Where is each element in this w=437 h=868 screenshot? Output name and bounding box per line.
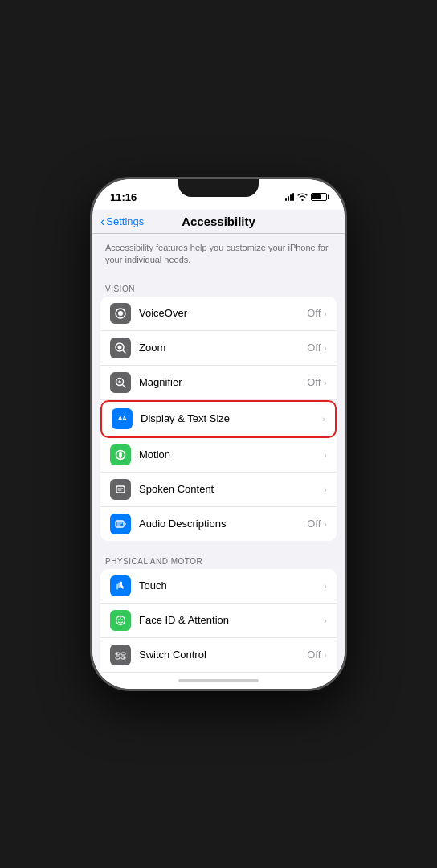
- switch-control-icon: [110, 645, 131, 665]
- home-indicator: [92, 674, 345, 689]
- spoken-content-icon: [110, 479, 131, 500]
- screen: 11:16 ‹ Settings Accessib: [92, 179, 345, 689]
- switch-control-item[interactable]: Switch Control Off ›: [100, 638, 337, 673]
- status-bar: 11:16: [92, 179, 345, 210]
- notch: [178, 179, 259, 197]
- svg-rect-10: [116, 486, 125, 493]
- motion-label: Motion: [139, 448, 321, 461]
- touch-label: Touch: [139, 579, 321, 592]
- spoken-content-chevron-icon: ›: [324, 485, 327, 494]
- svg-point-14: [121, 619, 123, 620]
- voiceover-value: Off: [307, 307, 321, 319]
- zoom-icon: [110, 338, 131, 358]
- switch-control-chevron-icon: ›: [324, 650, 327, 660]
- display-text-size-label: Display & Text Size: [141, 412, 319, 424]
- wifi-icon: [297, 193, 308, 201]
- motion-chevron-icon: ›: [324, 450, 327, 460]
- faceid-icon: [110, 610, 131, 631]
- zoom-label: Zoom: [139, 342, 307, 354]
- svg-point-21: [124, 657, 125, 658]
- motion-icon: [110, 444, 131, 465]
- back-button[interactable]: ‹ Settings: [100, 215, 144, 229]
- switch-control-label: Switch Control: [139, 649, 307, 661]
- audio-descriptions-value: Off: [307, 518, 321, 530]
- display-text-size-item[interactable]: AA Display & Text Size ›: [102, 402, 335, 436]
- magnifier-value: Off: [307, 376, 321, 388]
- spoken-content-label: Spoken Content: [139, 483, 321, 495]
- battery-icon: [311, 193, 327, 201]
- content-area: Accessibility features help you customiz…: [92, 234, 345, 674]
- touch-item[interactable]: Touch ›: [100, 569, 337, 604]
- nav-bar: ‹ Settings Accessibility: [92, 210, 345, 234]
- motion-item[interactable]: Motion ›: [100, 438, 337, 473]
- switch-control-value: Off: [307, 649, 321, 661]
- faceid-item[interactable]: Face ID & Attention ›: [100, 604, 337, 638]
- back-chevron-icon: ‹: [100, 215, 104, 229]
- spoken-content-item[interactable]: Spoken Content ›: [100, 473, 337, 507]
- status-time: 11:16: [110, 191, 137, 203]
- svg-line-6: [123, 384, 126, 387]
- zoom-item[interactable]: Zoom Off ›: [100, 331, 337, 366]
- vision-section-header: VISION: [92, 273, 345, 297]
- svg-point-1: [118, 311, 123, 316]
- voiceover-icon: [110, 303, 131, 324]
- display-text-size-chevron-icon: ›: [322, 414, 325, 424]
- physical-settings-list: Touch › Face ID & Attention: [100, 569, 337, 674]
- voice-control-item[interactable]: Voice Control Off ›: [100, 673, 337, 674]
- voiceover-label: VoiceOver: [139, 307, 307, 319]
- svg-rect-11: [116, 521, 124, 527]
- magnifier-chevron-icon: ›: [324, 378, 327, 387]
- page-title: Accessibility: [182, 215, 255, 228]
- touch-icon: [110, 575, 131, 596]
- audio-descriptions-label: Audio Descriptions: [139, 518, 307, 530]
- magnifier-icon: [110, 372, 131, 393]
- svg-point-13: [118, 619, 120, 620]
- faceid-label: Face ID & Attention: [139, 614, 321, 626]
- magnifier-item[interactable]: Magnifier Off ›: [100, 366, 337, 400]
- magnifier-label: Magnifier: [139, 376, 307, 388]
- zoom-value: Off: [307, 342, 321, 354]
- audio-descriptions-item[interactable]: Audio Descriptions Off ›: [100, 507, 337, 541]
- audio-descriptions-icon: [110, 514, 131, 534]
- svg-point-20: [116, 653, 118, 654]
- svg-rect-18: [116, 657, 120, 659]
- audio-descriptions-chevron-icon: ›: [324, 519, 327, 529]
- description-text: Accessibility features help you customiz…: [92, 234, 345, 273]
- physical-section-header: PHYSICAL AND MOTOR: [92, 546, 345, 569]
- svg-line-4: [123, 350, 125, 353]
- zoom-chevron-icon: ›: [324, 343, 327, 353]
- svg-point-3: [118, 345, 122, 349]
- display-text-size-icon: AA: [112, 408, 133, 429]
- home-bar: [178, 679, 259, 682]
- faceid-chevron-icon: ›: [324, 616, 327, 625]
- back-label: Settings: [106, 215, 144, 227]
- signal-bars-icon: [285, 193, 294, 201]
- voiceover-item[interactable]: VoiceOver Off ›: [100, 297, 337, 331]
- voiceover-chevron-icon: ›: [324, 309, 327, 318]
- vision-settings-list: VoiceOver Off › Zoom Off ›: [100, 297, 337, 541]
- touch-chevron-icon: ›: [324, 581, 327, 591]
- svg-rect-17: [121, 653, 125, 655]
- phone-shell: 11:16 ‹ Settings Accessib: [90, 177, 347, 691]
- status-icons: [285, 193, 327, 201]
